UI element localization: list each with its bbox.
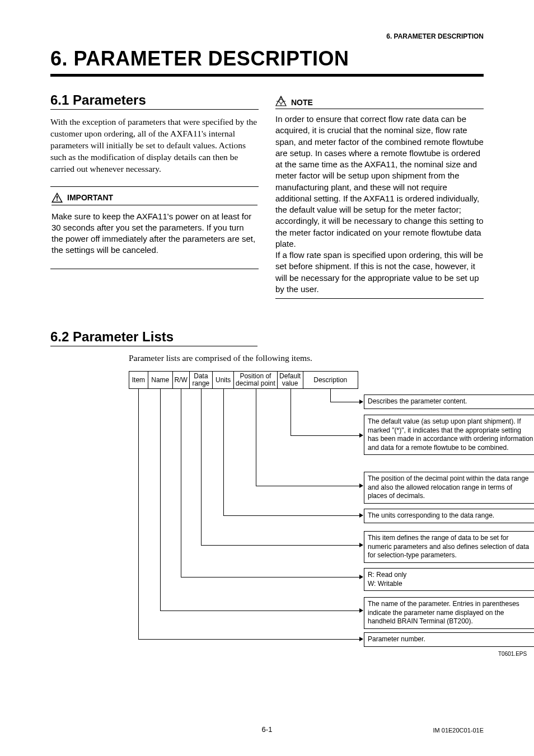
desc-box-datarange: This item defines the range of data to b…	[364, 531, 534, 563]
desc-box-rw: R: Read only W: Writable	[364, 568, 534, 591]
col-item: Item	[129, 372, 148, 388]
running-header: 6. PARAMETER DESCRIPTION	[50, 32, 484, 40]
page-number: 6-1	[262, 725, 273, 734]
col-data: Data range	[190, 372, 213, 388]
parameter-list-diagram: Item Name R/W Data range Units Position …	[129, 371, 484, 684]
section-6-1-heading: 6.1 Parameters	[50, 92, 259, 110]
section-6-1-intro: With the exception of parameters that we…	[50, 116, 259, 175]
note-icon	[275, 96, 287, 107]
warning-icon	[51, 192, 63, 203]
chapter-title: 6. PARAMETER DESCRIPTION	[50, 47, 484, 77]
col-pdp: Position of decimal point	[234, 372, 278, 388]
param-table-header: Item Name R/W Data range Units Position …	[129, 371, 358, 389]
col-default: Default value	[278, 372, 303, 388]
col-rw: R/W	[173, 372, 190, 388]
desc-box-units: The units corresponding to the data rang…	[364, 509, 534, 523]
note-body: In order to ensure that correct flow rat…	[275, 114, 484, 299]
note-label: NOTE	[291, 98, 313, 107]
col-description: Description	[303, 372, 358, 388]
desc-box-default: The default value (as setup upon plant s…	[364, 415, 534, 455]
important-label: IMPORTANT	[67, 193, 113, 202]
desc-box-description: Describes the parameter content.	[364, 395, 534, 409]
section-6-2-heading: 6.2 Parameter Lists	[50, 329, 257, 346]
svg-rect-3	[57, 199, 58, 200]
section-6-2-lead: Parameter lists are comprised of the fol…	[129, 353, 484, 363]
important-callout: IMPORTANT Make sure to keep the AXFA11's…	[50, 186, 259, 269]
svg-point-5	[279, 100, 283, 104]
col-units: Units	[213, 372, 234, 388]
important-body: Make sure to keep the AXFA11's power on …	[51, 211, 257, 256]
document-number: IM 01E20C01-01E	[433, 727, 484, 734]
col-name: Name	[148, 372, 173, 388]
desc-box-name: The name of the parameter. Entries in pa…	[364, 597, 534, 629]
svg-rect-2	[57, 196, 58, 199]
desc-box-item: Parameter number.	[364, 632, 534, 647]
desc-box-decimal: The position of the decimal point within…	[364, 472, 534, 504]
